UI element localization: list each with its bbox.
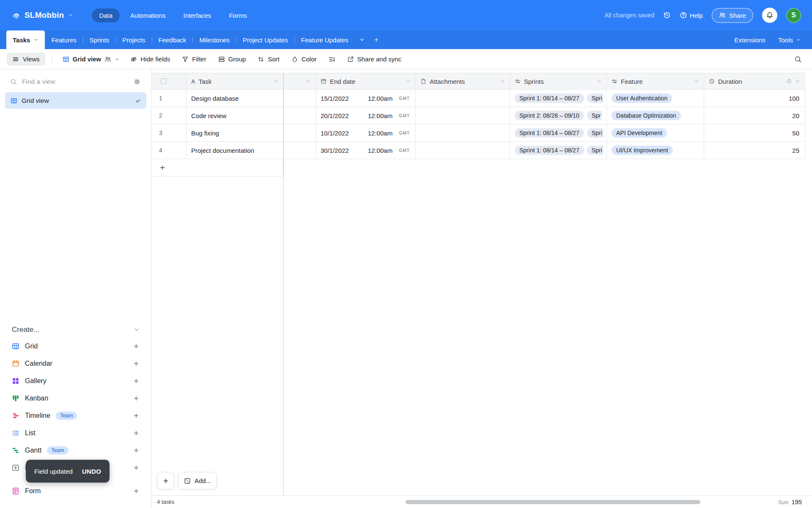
cell-feature[interactable]: User Authentication xyxy=(607,90,704,107)
create-section-header[interactable]: Create... xyxy=(0,326,151,337)
history-icon[interactable] xyxy=(663,11,671,19)
hide-fields-button[interactable]: Hide fields xyxy=(126,52,175,66)
chevron-down-icon[interactable] xyxy=(273,79,278,84)
plus-icon[interactable] xyxy=(133,395,140,402)
nav-interfaces[interactable]: Interfaces xyxy=(176,8,219,22)
sidebar-item-calendar[interactable]: Calendar xyxy=(0,355,151,372)
column-header-task[interactable]: A Task xyxy=(187,73,283,90)
color-button[interactable]: Color xyxy=(287,52,321,66)
cell-feature[interactable]: API Development xyxy=(607,124,704,142)
sidebar-item-list[interactable]: List xyxy=(0,424,151,442)
column-header-attachments[interactable]: Attachments xyxy=(416,73,510,90)
cell-duration[interactable]: 20 xyxy=(704,107,805,124)
tab-feature-updates[interactable]: Feature Updates xyxy=(295,30,355,49)
cell-feature[interactable]: Database Optimization xyxy=(607,107,704,124)
sort-button[interactable]: Sort xyxy=(253,52,284,66)
nav-forms[interactable]: Forms xyxy=(222,8,254,22)
cell-collapsed[interactable] xyxy=(283,107,316,124)
column-header-feature[interactable]: Feature xyxy=(607,73,704,90)
cell-task[interactable]: Project documentation xyxy=(187,142,283,159)
cell-end-date[interactable]: 10/1/2022 12:00am GMT xyxy=(316,124,416,142)
cell-sprints[interactable]: Sprint 1: 08/14 – 08/27 Spri xyxy=(510,90,607,107)
add-row-button[interactable] xyxy=(152,159,283,177)
sidebar-view-grid-view[interactable]: Grid view xyxy=(5,92,146,109)
add-record-button[interactable] xyxy=(157,472,174,489)
tools-button[interactable]: Tools xyxy=(778,36,801,44)
views-button[interactable]: Views xyxy=(7,52,45,66)
plus-icon[interactable] xyxy=(133,464,140,471)
column-header-end-date[interactable]: End date xyxy=(316,73,416,90)
help-button[interactable]: Help xyxy=(680,11,703,19)
chevron-down-icon[interactable] xyxy=(500,79,505,84)
chevron-down-icon[interactable] xyxy=(406,79,411,84)
current-view-button[interactable]: Grid view xyxy=(59,53,123,65)
cell-end-date[interactable]: 15/1/2022 12:00am GMT xyxy=(316,90,416,107)
horizontal-scrollbar[interactable] xyxy=(406,500,700,504)
tab-milestones[interactable]: Milestones xyxy=(193,30,236,49)
nav-data[interactable]: Data xyxy=(92,8,120,22)
cell-duration[interactable]: 50 xyxy=(704,124,805,142)
plus-icon[interactable] xyxy=(133,430,140,436)
cell-attachments[interactable] xyxy=(416,107,510,124)
chevron-down-icon[interactable] xyxy=(694,79,699,84)
share-and-sync-button[interactable]: Share and sync xyxy=(343,52,406,66)
sidebar-item-gallery[interactable]: Gallery xyxy=(0,372,151,389)
nav-automations[interactable]: Automations xyxy=(123,8,173,22)
info-icon[interactable] xyxy=(787,79,792,84)
extensions-button[interactable]: Extensions xyxy=(735,36,765,44)
cell-collapsed[interactable] xyxy=(283,124,316,142)
cell-duration[interactable]: 100 xyxy=(704,90,805,107)
cell-collapsed[interactable] xyxy=(283,90,316,107)
select-all-cell[interactable] xyxy=(152,73,187,90)
cell-feature[interactable]: UI/UX Improvement xyxy=(607,142,704,159)
find-view-input[interactable] xyxy=(22,78,129,86)
sidebar-item-form[interactable]: Form xyxy=(0,482,151,500)
workspace-name[interactable]: SLMobbin xyxy=(25,11,64,20)
column-header-collapsed[interactable] xyxy=(283,73,316,90)
tab-menu-chevron-icon[interactable] xyxy=(33,37,38,42)
sidebar-item-grid[interactable]: Grid xyxy=(0,337,151,355)
cell-end-date[interactable]: 20/1/2022 12:00am GMT xyxy=(316,107,416,124)
search-icon[interactable] xyxy=(791,53,805,66)
plus-icon[interactable] xyxy=(133,360,140,367)
group-button[interactable]: Group xyxy=(214,52,251,66)
tab-sprints[interactable]: Sprints xyxy=(83,30,116,49)
cell-end-date[interactable]: 30/1/2022 12:00am GMT xyxy=(316,142,416,159)
column-header-sprints[interactable]: Sprints xyxy=(510,73,607,90)
tab-features[interactable]: Features xyxy=(45,30,82,49)
plus-icon[interactable] xyxy=(133,378,140,384)
avatar[interactable]: S xyxy=(786,8,801,23)
tab-feedback[interactable]: Feedback xyxy=(152,30,193,49)
row-height-button[interactable] xyxy=(324,53,340,66)
plus-icon[interactable] xyxy=(133,343,140,350)
cell-duration[interactable]: 25 xyxy=(704,142,805,159)
tabs-overflow-button[interactable] xyxy=(355,30,369,49)
cell-sprints[interactable]: Sprint 1: 08/14 – 08/27 Spri xyxy=(510,142,607,159)
select-all-checkbox[interactable] xyxy=(161,78,167,84)
plus-icon[interactable] xyxy=(133,412,140,419)
column-header-duration[interactable]: Duration xyxy=(704,73,805,90)
share-button[interactable]: Share xyxy=(712,8,753,23)
tab-projects[interactable]: Projects xyxy=(116,30,151,49)
duration-summary[interactable]: Sum 195 xyxy=(778,499,802,505)
cell-attachments[interactable] xyxy=(416,124,510,142)
cell-task[interactable]: Bug fixing xyxy=(187,124,283,142)
add-table-button[interactable] xyxy=(369,30,384,49)
cell-task[interactable]: Design database xyxy=(187,90,283,107)
cell-collapsed[interactable] xyxy=(283,142,316,159)
add-data-button[interactable]: Add... xyxy=(178,472,217,489)
chevron-down-icon[interactable] xyxy=(795,79,800,84)
workspace-logo-icon[interactable] xyxy=(12,11,20,19)
tab-tasks[interactable]: Tasks xyxy=(6,30,45,49)
workspace-chevron-icon[interactable] xyxy=(68,13,73,18)
gear-icon[interactable] xyxy=(134,78,140,85)
chevron-down-icon[interactable] xyxy=(306,79,311,84)
cell-attachments[interactable] xyxy=(416,142,510,159)
sidebar-item-timeline[interactable]: Timeline Team xyxy=(0,407,151,424)
undo-button[interactable]: UNDO xyxy=(82,468,101,475)
filter-button[interactable]: Filter xyxy=(177,52,211,66)
plus-icon[interactable] xyxy=(133,447,140,454)
tab-project-updates[interactable]: Project Updates xyxy=(236,30,294,49)
cell-attachments[interactable] xyxy=(416,90,510,107)
cell-sprints[interactable]: Sprint 1: 08/14 – 08/27 Spri xyxy=(510,124,607,142)
